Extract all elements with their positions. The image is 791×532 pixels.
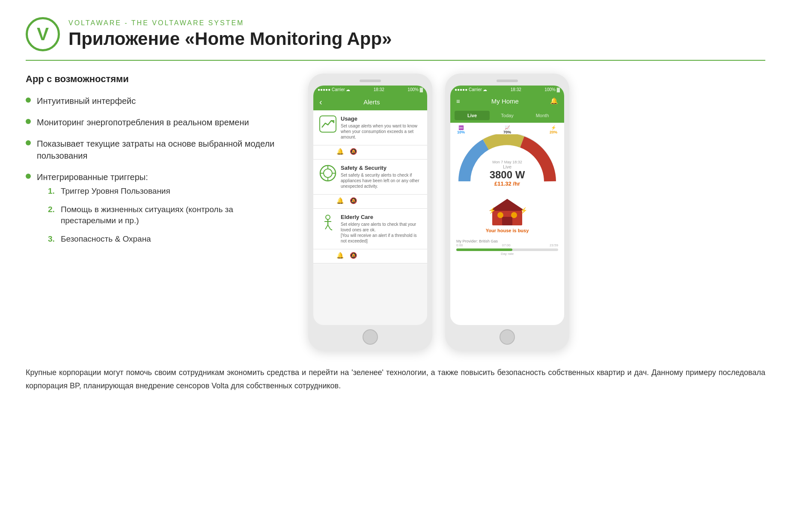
tab-live[interactable]: Live <box>455 111 490 120</box>
alert-elderly-desc: Set eldery care alerts to check that you… <box>341 222 421 244</box>
left-column: App с возможностями Интуитивный интерфей… <box>26 74 282 261</box>
sub-item-text: Помощь в жизненных ситуациях (контроль з… <box>61 204 282 227</box>
nav-title: My Home <box>491 98 519 105</box>
house-svg: ⚡ ⚡ <box>486 195 529 225</box>
sub-list-item: 3. Безопасность & Охрана <box>48 233 282 245</box>
status-time: 18:32 <box>511 87 521 92</box>
status-bar: ●●●●● Carrier ☁ 18:32 100% ▓ <box>450 86 564 94</box>
house-area: ⚡ ⚡ Your house is busy <box>450 190 564 233</box>
bullet-dot <box>26 98 31 103</box>
sub-item-text: Триггер Уровня Пользования <box>61 186 170 197</box>
main-title: Приложение «Home Monitoring App» <box>68 29 392 49</box>
safety-icon <box>319 165 336 182</box>
svg-text:⚡: ⚡ <box>520 207 528 214</box>
bullet-text: Показывает текущие затраты на основе выб… <box>37 138 282 162</box>
list-item: Интуитивный интерфейс <box>26 95 282 107</box>
svg-point-2 <box>324 169 332 177</box>
bullet-dot <box>26 174 31 179</box>
bullet-dot <box>26 140 31 145</box>
bell-inactive-icon[interactable]: 🔕 <box>350 197 357 204</box>
back-arrow-icon[interactable]: ‹ <box>319 97 322 107</box>
svg-text:⚡: ⚡ <box>488 207 496 214</box>
bell-inactive-icon[interactable]: 🔕 <box>350 252 357 259</box>
elderly-icon <box>319 214 336 231</box>
divider <box>26 60 765 61</box>
sub-num: 2. <box>48 204 56 216</box>
alert-safety-title: Safety & Security <box>341 165 421 171</box>
time-end: 23:59 <box>550 243 558 247</box>
header: V VOLTAWARE - THE VOLTAWARE SYSTEM Прило… <box>26 17 765 51</box>
provider-label: My Provider: British Gas <box>456 239 558 243</box>
footer-text: Крупные корпорации могут помочь своим со… <box>26 366 765 392</box>
bell-active-icon[interactable]: 🔔 <box>336 148 344 155</box>
menu-icon[interactable]: ≡ <box>456 98 460 105</box>
bullet-text: Интуитивный интерфейс <box>37 95 136 107</box>
alert-elderly-text: Elderly Care Set eldery care alerts to c… <box>341 214 421 244</box>
svg-line-10 <box>325 225 328 229</box>
bell-nav-icon[interactable]: 🔔 <box>550 97 558 105</box>
alert-usage-desc: Set usage alerts when you want to know w… <box>341 123 421 140</box>
time-mid: 07:00 <box>502 243 511 247</box>
gauge-cost: £11.32 /hr <box>450 180 564 187</box>
house-busy-label: Your house is busy <box>450 228 564 233</box>
usage-icon <box>319 115 336 133</box>
alert-safety-desc: Set safety & security alerts to check if… <box>341 172 421 189</box>
tab-today[interactable]: Today <box>490 111 525 120</box>
elderly-bells: 🔔 🔕 <box>313 249 427 263</box>
phone-screen: ●●●●● Carrier ☁ 18:32 100% ▓ ‹ Alerts <box>313 86 427 325</box>
bell-active-icon[interactable]: 🔔 <box>336 197 344 204</box>
content-area: App с возможностями Интуитивный интерфей… <box>26 74 765 351</box>
sub-num: 3. <box>48 233 56 245</box>
bell-active-icon[interactable]: 🔔 <box>336 252 344 259</box>
safety-bells: 🔔 🔕 <box>313 195 427 209</box>
svg-line-11 <box>328 225 330 229</box>
nav-title: Alerts <box>363 98 380 106</box>
phone-myhome: ●●●●● Carrier ☁ 18:32 100% ▓ ≡ My Home 🔔… <box>445 74 569 351</box>
alert-elderly-title: Elderly Care <box>341 214 421 220</box>
alert-usage-title: Usage <box>341 115 421 122</box>
header-text: VOLTAWARE - THE VOLTAWARE SYSTEM Приложе… <box>68 19 392 49</box>
logo: V <box>26 17 60 51</box>
alert-safety: Safety & Security Set safety & security … <box>313 160 427 195</box>
bullet-text: Мониторинг энергопотребления в реальном … <box>37 116 249 128</box>
bullet-list: Интуитивный интерфейс Мониторинг энергоп… <box>26 95 282 251</box>
home-button[interactable] <box>363 329 378 345</box>
right-column: ●●●●● Carrier ☁ 18:32 100% ▓ ‹ Alerts <box>308 74 569 351</box>
sub-list: 1. Триггер Уровня Пользования 2. Помощь … <box>48 186 282 245</box>
status-right: 100% ▓ <box>544 87 560 92</box>
day-rate-label: Day rate <box>456 252 558 256</box>
alert-usage-text: Usage Set usage alerts when you want to … <box>341 115 421 140</box>
phone-speaker <box>497 80 518 82</box>
home-button[interactable] <box>500 329 515 345</box>
time-start: 0:00 <box>456 243 463 247</box>
nav-bar: ‹ Alerts <box>313 94 427 110</box>
alert-safety-text: Safety & Security Set safety & security … <box>341 165 421 189</box>
bullet-text: Интегрированные триггеры: <box>37 172 148 182</box>
gauge-left-pct: 10% <box>457 130 465 134</box>
phone-speaker <box>360 80 381 82</box>
myhome-content: ♾️ 10% 📈 70% ⚡ 20% <box>450 123 564 325</box>
status-right: 100% ▓ <box>407 87 423 92</box>
bell-inactive-icon[interactable]: 🔕 <box>350 148 357 155</box>
phone-alerts: ●●●●● Carrier ☁ 18:32 100% ▓ ‹ Alerts <box>308 74 432 351</box>
tabs: Live Today Month <box>450 108 564 123</box>
sub-list-item: 2. Помощь в жизненных ситуациях (контрол… <box>48 204 282 227</box>
svg-point-7 <box>326 215 330 219</box>
brand-subtitle: VOLTAWARE - THE VOLTAWARE SYSTEM <box>68 19 392 27</box>
sub-list-item: 1. Триггер Уровня Пользования <box>48 186 282 197</box>
svg-point-18 <box>511 212 517 218</box>
gauge-right-pct: 20% <box>550 130 557 134</box>
section-title: App с возможностями <box>26 74 282 85</box>
status-left: ●●●●● Carrier ☁ <box>318 87 350 92</box>
status-time: 18:32 <box>374 87 384 92</box>
status-left: ●●●●● Carrier ☁ <box>455 87 487 92</box>
svg-line-12 <box>330 229 332 230</box>
svg-rect-16 <box>502 217 512 225</box>
list-item: Мониторинг энергопотребления в реальном … <box>26 116 282 128</box>
usage-bells: 🔔 🔕 <box>313 145 427 160</box>
logo-letter: V <box>37 25 49 43</box>
status-bar: ●●●●● Carrier ☁ 18:32 100% ▓ <box>313 86 427 94</box>
tab-month[interactable]: Month <box>525 111 560 120</box>
phone-screen: ●●●●● Carrier ☁ 18:32 100% ▓ ≡ My Home 🔔… <box>450 86 564 325</box>
provider-bar: My Provider: British Gas 0:00 07:00 23:5… <box>450 236 564 250</box>
